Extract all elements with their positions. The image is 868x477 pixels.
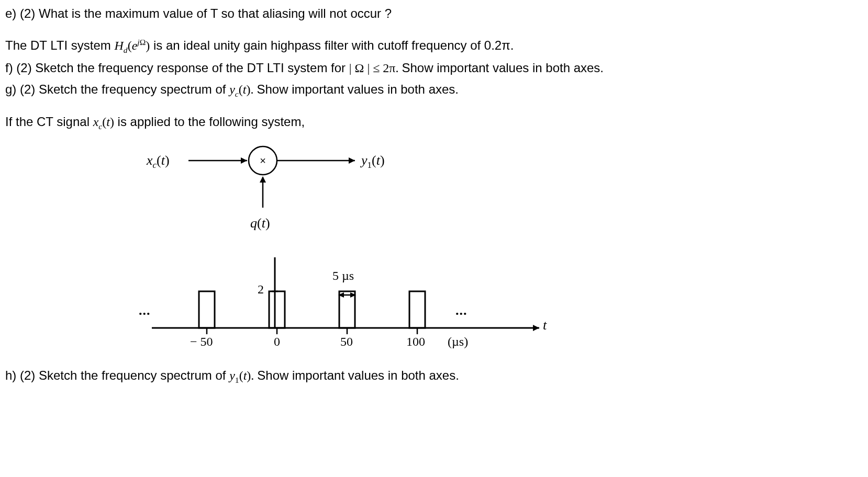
svg-marker-6 bbox=[260, 176, 266, 183]
q-h-post: Show important values in both axes. bbox=[257, 368, 459, 382]
tick-100: 100 bbox=[406, 335, 425, 349]
H-symbol: H bbox=[115, 39, 124, 52]
q-f-pre: Sketch the frequency response of the DT … bbox=[35, 61, 349, 75]
svg-marker-9 bbox=[533, 325, 539, 331]
svg-marker-1 bbox=[241, 157, 247, 164]
q-t: t bbox=[262, 215, 265, 231]
t-axis-label: t bbox=[543, 317, 547, 333]
svg-rect-12 bbox=[269, 291, 285, 328]
question-h: h) (2) Sketch the frequency spectrum of … bbox=[5, 367, 863, 385]
system-diagram: xc(t) × bbox=[136, 147, 607, 357]
tick-0: 0 bbox=[274, 335, 280, 349]
y-paren-l: ( bbox=[239, 83, 243, 96]
q-q: q bbox=[250, 215, 257, 231]
q-g-pre: Sketch the frequency spectrum of bbox=[39, 82, 229, 96]
question-g-label: g) (2) bbox=[5, 82, 39, 96]
question-e: e) (2) What is the maximum value of T so… bbox=[5, 5, 863, 22]
y-sub: c bbox=[235, 89, 239, 98]
q-f-post: Show important values in both axes. bbox=[402, 61, 604, 75]
mus-r: ) bbox=[464, 335, 468, 348]
description-filter: The DT LTI system Hd(ejΩ) is an ideal un… bbox=[5, 37, 863, 55]
svg-rect-16 bbox=[409, 291, 425, 328]
le-symbol: ≤ bbox=[370, 61, 383, 75]
question-g: g) (2) Sketch the frequency spectrum of … bbox=[5, 81, 863, 99]
q-pr: ) bbox=[265, 215, 270, 231]
desc-pre: The DT LTI system bbox=[5, 38, 115, 52]
if-post: is applied to the following system, bbox=[114, 115, 305, 129]
if-pre: If the CT signal bbox=[5, 115, 93, 129]
y-paren-r: ). bbox=[246, 83, 257, 96]
if-t-var: t bbox=[106, 115, 110, 129]
xc-sub: c bbox=[153, 161, 157, 171]
yh-sub: 1 bbox=[235, 376, 239, 384]
omega-2: Ω bbox=[352, 61, 368, 75]
mus-u: µs bbox=[452, 335, 464, 348]
xc-t: t bbox=[161, 153, 165, 168]
five-unit: µs bbox=[342, 269, 354, 282]
question-h-label: h) (2) bbox=[5, 368, 39, 382]
svg-marker-4 bbox=[349, 157, 355, 164]
xc-x: x bbox=[147, 153, 153, 168]
q-g-post: Show important values in both axes. bbox=[257, 82, 459, 96]
y1-pl: ( bbox=[372, 153, 376, 168]
H-sub: d bbox=[124, 46, 128, 54]
tick-50: 50 bbox=[340, 335, 353, 349]
y1-t: t bbox=[376, 153, 380, 168]
yh-paren-l: ( bbox=[239, 369, 243, 382]
xc-pr: ) bbox=[165, 153, 170, 168]
x-paren-r: ) bbox=[110, 115, 114, 129]
mus-l: ( bbox=[448, 335, 452, 348]
q-h-pre: Sketch the frequency spectrum of bbox=[39, 368, 229, 382]
q-label: q(t) bbox=[250, 215, 270, 231]
five-num: 5 bbox=[332, 269, 342, 282]
svg-rect-14 bbox=[339, 291, 355, 328]
five-us-label: 5 µs bbox=[332, 269, 354, 283]
y1-y: y bbox=[361, 153, 368, 168]
two-label: 2 bbox=[258, 282, 264, 297]
yh-paren-r: ). bbox=[247, 369, 257, 382]
desc-post: is an ideal unity gain highpass filter w… bbox=[150, 38, 514, 52]
y-symbol: y bbox=[229, 83, 235, 96]
x-symbol: x bbox=[93, 115, 99, 129]
val-2pi: 2π. bbox=[383, 61, 402, 75]
xc-pl: ( bbox=[157, 153, 161, 168]
question-e-text: What is the maximum value of T so that a… bbox=[39, 6, 392, 20]
y1-pr: ) bbox=[380, 153, 385, 168]
tick-m50: − 50 bbox=[190, 335, 213, 349]
unit-us: (µs) bbox=[448, 335, 468, 349]
multiply-icon: × bbox=[260, 155, 266, 166]
e-symbol: e bbox=[132, 39, 138, 52]
ellipsis-right: ... bbox=[455, 303, 468, 319]
ellipsis-left: ... bbox=[139, 303, 151, 319]
yh-symbol: y bbox=[229, 369, 235, 382]
xc-label: xc(t) bbox=[147, 153, 170, 171]
paren-l: ( bbox=[128, 39, 132, 52]
question-e-label: e) (2) bbox=[5, 6, 39, 20]
y1-sub: 1 bbox=[368, 161, 372, 171]
svg-rect-10 bbox=[199, 291, 215, 328]
y1-label: y1(t) bbox=[361, 153, 385, 171]
question-f: f) (2) Sketch the frequency response of … bbox=[5, 60, 863, 76]
diagram-svg: × bbox=[136, 147, 607, 367]
if-line: If the CT signal xc(t) is applied to the… bbox=[5, 113, 863, 132]
q-pl: ( bbox=[257, 215, 262, 231]
omega-sup: Ω bbox=[140, 38, 146, 47]
question-f-label: f) (2) bbox=[5, 61, 35, 75]
